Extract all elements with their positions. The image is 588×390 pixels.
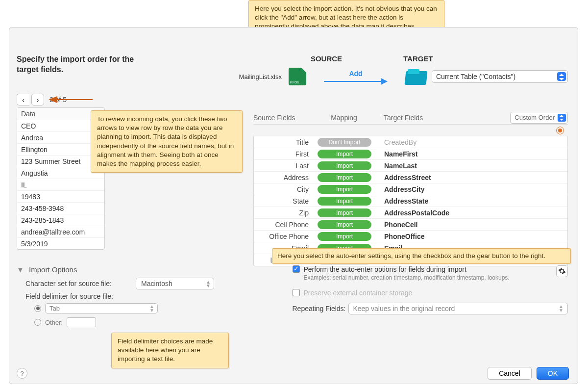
source-field-label: City: [254, 185, 313, 193]
prev-record-button[interactable]: ‹: [17, 94, 29, 105]
auto-enter-settings-button[interactable]: [556, 265, 568, 277]
delimiter-other-input[interactable]: [67, 317, 96, 327]
target-order-select[interactable]: Custom Order: [510, 112, 568, 124]
gear-icon[interactable]: [556, 127, 564, 134]
arrow-right-icon: [324, 79, 388, 83]
preserve-container-label: Preserve external container storage: [304, 289, 413, 297]
source-field-label: First: [254, 150, 313, 158]
source-field-label: Zip: [254, 209, 313, 217]
dropdown-stepper-icon: [558, 114, 566, 122]
target-field-label[interactable]: AddressState: [381, 197, 567, 205]
target-field-label[interactable]: CreatedBy: [381, 138, 567, 146]
column-header-mapping: Mapping: [312, 114, 376, 122]
delimiter-tab-select[interactable]: Tab ▲▼: [45, 303, 158, 313]
source-field-label: Cell Phone: [254, 221, 313, 229]
dialog-instruction-heading: Specify the import order for the target …: [17, 54, 139, 75]
list-item[interactable]: 5/3/2019: [17, 238, 104, 249]
column-header-target: Target Fields: [381, 114, 499, 122]
help-icon: ?: [20, 370, 24, 377]
folder-icon: [405, 68, 427, 85]
auto-enter-examples: Examples: serial number, creation timest…: [304, 274, 568, 282]
source-heading: SOURCE: [249, 54, 403, 63]
annotation-auto-enter: Here you select the auto-enter settings,…: [272, 248, 571, 264]
checkbox-unchecked-icon: [293, 289, 300, 296]
delimiter-tab-value: Tab: [49, 305, 60, 312]
table-row[interactable]: TitleDon't ImportCreatedBy: [254, 136, 567, 148]
target-field-label[interactable]: AddressStreet: [381, 174, 567, 182]
auto-enter-checkbox[interactable]: Perform the auto-enter options for field…: [293, 265, 568, 273]
mapping-pill[interactable]: Import: [318, 161, 371, 170]
updown-icon: ▲▼: [559, 305, 564, 312]
updown-icon: ▲▼: [149, 305, 154, 312]
source-field-label: Title: [254, 138, 313, 146]
table-row[interactable]: StateImportAddressState: [254, 195, 567, 207]
table-row[interactable]: FirstImportNameFirst: [254, 148, 567, 160]
preserve-container-checkbox: Preserve external container storage: [293, 289, 568, 297]
ok-button[interactable]: OK: [537, 367, 569, 380]
source-filename: MailingList.xlsx: [215, 73, 289, 80]
source-field-label: State: [254, 197, 313, 205]
field-mapping-table: Source Fields Mapping Target Fields Cust…: [253, 111, 568, 266]
radio-icon: [34, 319, 41, 326]
column-header-source: Source Fields: [253, 114, 312, 122]
mapping-pill[interactable]: Import: [318, 197, 371, 206]
target-field-label[interactable]: PhoneCell: [381, 221, 567, 229]
delimiter-other-label: Other:: [45, 319, 63, 326]
checkbox-checked-icon: [293, 265, 300, 273]
auto-enter-label: Perform the auto-enter options for field…: [304, 265, 466, 273]
table-row[interactable]: AddressImportAddressStreet: [254, 172, 567, 183]
charset-select[interactable]: Macintosh ▲▼: [136, 278, 214, 289]
radio-icon: [34, 305, 41, 312]
import-options-title: Import Options: [29, 265, 77, 274]
record-index-label: 2 of 5: [49, 96, 67, 104]
disclosure-triangle-icon: ▼: [17, 265, 24, 274]
mapping-pill[interactable]: Import: [318, 208, 371, 217]
source-field-label: Address: [254, 174, 313, 182]
target-field-label[interactable]: NameLast: [381, 162, 567, 170]
target-order-value: Custom Order: [514, 114, 555, 121]
annotation-data-preview: To review incoming data, you click these…: [91, 110, 243, 173]
target-field-label[interactable]: AddressPostalCode: [381, 209, 567, 217]
table-row[interactable]: CityImportAddressCity: [254, 183, 567, 195]
target-field-label[interactable]: PhoneOffice: [381, 233, 567, 240]
charset-label: Character set for source file:: [25, 280, 136, 287]
import-action-control[interactable]: Add: [306, 70, 405, 83]
import-dialog: Specify the import order for the target …: [9, 27, 578, 384]
target-table-value: Current Table ("Contacts"): [436, 73, 515, 80]
import-action-label: Add: [349, 70, 362, 78]
repeating-fields-label: Repeating Fields:: [293, 305, 346, 312]
list-item[interactable]: IL: [17, 179, 104, 191]
target-table-select[interactable]: Current Table ("Contacts"): [432, 70, 568, 83]
list-item[interactable]: 19483: [17, 191, 104, 203]
target-field-label[interactable]: AddressCity: [381, 185, 567, 193]
mapping-pill[interactable]: Don't Import: [318, 138, 371, 147]
list-item[interactable]: 243-458-3948: [17, 203, 104, 214]
target-field-label[interactable]: NameFirst: [381, 150, 567, 158]
delimiter-other-radio[interactable]: Other:: [34, 317, 568, 327]
mapping-pill[interactable]: Import: [318, 150, 371, 158]
source-field-label: Last: [254, 162, 313, 170]
mapping-pill[interactable]: Import: [318, 173, 371, 182]
table-row[interactable]: LastImportNameLast: [254, 160, 567, 172]
delimiter-label: Field delimiter for source file:: [25, 292, 136, 300]
repeating-fields-select[interactable]: Keep values in the original record ▲▼: [348, 303, 568, 314]
charset-value: Macintosh: [141, 280, 172, 287]
table-row[interactable]: ZipImportAddressPostalCode: [254, 207, 567, 219]
source-field-label: Office Phone: [254, 233, 313, 240]
mapping-pill[interactable]: Import: [318, 220, 371, 229]
list-item[interactable]: andrea@talltree.com: [17, 226, 104, 238]
chevron-right-icon: ›: [37, 96, 39, 104]
repeating-fields-value: Keep values in the original record: [353, 305, 455, 312]
mapping-pill[interactable]: Import: [318, 185, 371, 194]
help-button[interactable]: ?: [17, 368, 27, 379]
table-row[interactable]: Cell PhoneImportPhoneCell: [254, 219, 567, 231]
dropdown-stepper-icon: [557, 72, 566, 81]
table-row[interactable]: Office PhoneImportPhoneOffice: [254, 231, 567, 242]
cancel-button[interactable]: Cancel: [488, 367, 532, 380]
chevron-left-icon: ‹: [22, 96, 24, 104]
target-heading: TARGET: [403, 54, 568, 63]
list-item[interactable]: 243-285-1843: [17, 214, 104, 226]
next-record-button[interactable]: ›: [31, 94, 44, 105]
excel-file-icon: [289, 68, 306, 85]
mapping-pill[interactable]: Import: [318, 232, 371, 241]
